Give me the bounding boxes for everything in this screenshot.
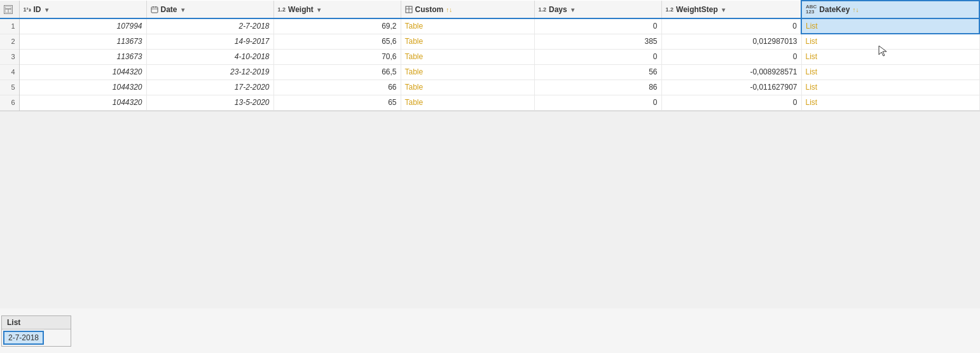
main-area: 1²₃ ID ▾ <box>0 0 980 353</box>
cell-rownum-6: 6 <box>0 95 19 110</box>
cell-days-2[interactable]: 385 <box>534 34 661 49</box>
cell-date-5[interactable]: 17-2-2020 <box>146 80 273 95</box>
col-header-datekey[interactable]: ABC 123 DateKey ↑↓ <box>801 1 979 18</box>
cell-rownum-4: 4 <box>0 64 19 80</box>
cell-date-6[interactable]: 13-5-2020 <box>146 95 273 110</box>
type-icon-custom <box>405 5 413 13</box>
table-row: 3 113673 4-10-2018 70,6 Table 0 0 List <box>0 49 979 64</box>
cell-days-3[interactable]: 0 <box>534 49 661 64</box>
cell-custom-1[interactable]: Table <box>401 18 534 34</box>
cell-date-1[interactable]: 2-7-2018 <box>146 18 273 34</box>
bottom-panel-header: List <box>2 316 71 329</box>
cell-datekey-6[interactable]: List <box>801 95 979 110</box>
cell-days-4[interactable]: 56 <box>534 64 661 80</box>
col-header-weightstep[interactable]: 1.2 WeightStep ▾ <box>661 1 801 18</box>
type-icon-weight: 1.2 <box>278 6 286 13</box>
cell-date-2[interactable]: 14-9-2017 <box>146 34 273 49</box>
col-header-custom[interactable]: Custom ↑↓ <box>401 1 534 18</box>
cell-days-5[interactable]: 86 <box>534 80 661 95</box>
cell-datekey-1[interactable]: List <box>801 18 979 34</box>
empty-area <box>0 111 980 309</box>
table-row: 2 113673 14-9-2017 65,6 Table 385 0,0129… <box>0 34 979 49</box>
cell-weightstep-4[interactable]: -0,008928571 <box>661 64 801 80</box>
col-label-weight: Weight <box>288 5 314 14</box>
table-row: 6 1044320 13-5-2020 65 Table 0 0 List <box>0 95 979 110</box>
col-label-id: ID <box>34 5 41 14</box>
cell-custom-4[interactable]: Table <box>401 64 534 80</box>
col-header-rownum <box>0 1 19 18</box>
cell-weight-3[interactable]: 70,6 <box>273 49 401 64</box>
col-header-id[interactable]: 1²₃ ID ▾ <box>19 1 146 18</box>
col-header-date[interactable]: Date ▾ <box>146 1 273 18</box>
table-header-row: 1²₃ ID ▾ <box>0 1 979 18</box>
cell-days-1[interactable]: 0 <box>534 18 661 34</box>
cell-datekey-4[interactable]: List <box>801 64 979 80</box>
cell-rownum-3: 3 <box>0 49 19 64</box>
table-icon <box>4 5 13 14</box>
type-icon-date <box>151 5 158 13</box>
col-label-date: Date <box>161 5 177 14</box>
bottom-panel: List 2-7-2018 <box>1 315 71 347</box>
cell-weight-1[interactable]: 69,2 <box>273 18 401 34</box>
cell-weightstep-2[interactable]: 0,012987013 <box>661 34 801 49</box>
col-header-weight[interactable]: 1.2 Weight ▾ <box>273 1 401 18</box>
filter-icon-weight[interactable]: ▾ <box>316 6 322 13</box>
data-table: 1²₃ ID ▾ <box>0 0 980 111</box>
cell-id-5[interactable]: 1044320 <box>19 80 146 95</box>
filter-icon-date[interactable]: ▾ <box>180 6 186 13</box>
cell-id-6[interactable]: 1044320 <box>19 95 146 110</box>
cell-date-4[interactable]: 23-12-2019 <box>146 64 273 80</box>
cell-weightstep-6[interactable]: 0 <box>661 95 801 110</box>
cell-id-3[interactable]: 113673 <box>19 49 146 64</box>
col-label-weightstep: WeightStep <box>676 5 718 14</box>
cell-custom-6[interactable]: Table <box>401 95 534 110</box>
bottom-panel-cell[interactable]: 2-7-2018 <box>3 331 44 345</box>
col-label-datekey: DateKey <box>819 5 850 14</box>
cell-custom-2[interactable]: Table <box>401 34 534 49</box>
cell-rownum-2: 2 <box>0 34 19 49</box>
table-row: 4 1044320 23-12-2019 66,5 Table 56 -0,00… <box>0 64 979 80</box>
filter-icon-id[interactable]: ▾ <box>44 6 50 13</box>
cell-weightstep-5[interactable]: -0,011627907 <box>661 80 801 95</box>
data-table-container: 1²₃ ID ▾ <box>0 0 980 111</box>
table-body: 1 107994 2-7-2018 69,2 Table 0 0 List 2 … <box>0 18 979 110</box>
cell-id-1[interactable]: 107994 <box>19 18 146 34</box>
cell-date-3[interactable]: 4-10-2018 <box>146 49 273 64</box>
type-icon-id: 1²₃ <box>24 6 31 13</box>
cell-datekey-2[interactable]: List <box>801 34 979 49</box>
cell-custom-3[interactable]: Table <box>401 49 534 64</box>
cell-id-2[interactable]: 113673 <box>19 34 146 49</box>
type-icon-datekey: ABC 123 <box>806 4 817 15</box>
col-header-days[interactable]: 1.2 Days ▾ <box>534 1 661 18</box>
cell-custom-5[interactable]: Table <box>401 80 534 95</box>
cell-weightstep-3[interactable]: 0 <box>661 49 801 64</box>
svg-rect-0 <box>5 6 11 9</box>
cell-weightstep-1[interactable]: 0 <box>661 18 801 34</box>
cell-id-4[interactable]: 1044320 <box>19 64 146 80</box>
col-label-custom: Custom <box>415 5 444 14</box>
type-icon-weightstep: 1.2 <box>666 6 674 13</box>
table-row: 5 1044320 17-2-2020 66 Table 86 -0,01162… <box>0 80 979 95</box>
cell-weight-6[interactable]: 65 <box>273 95 401 110</box>
cell-weight-5[interactable]: 66 <box>273 80 401 95</box>
table-row: 1 107994 2-7-2018 69,2 Table 0 0 List <box>0 18 979 34</box>
cell-weight-4[interactable]: 66,5 <box>273 64 401 80</box>
filter-icon-datekey[interactable]: ↑↓ <box>852 6 859 13</box>
type-icon-days: 1.2 <box>539 6 547 13</box>
filter-icon-weightstep[interactable]: ▾ <box>721 6 727 13</box>
svg-rect-3 <box>151 7 158 13</box>
cell-rownum-5: 5 <box>0 80 19 95</box>
cell-rownum-1: 1 <box>0 18 19 34</box>
cell-days-6[interactable]: 0 <box>534 95 661 110</box>
cell-weight-2[interactable]: 65,6 <box>273 34 401 49</box>
bottom-area: List 2-7-2018 <box>0 308 980 353</box>
cell-datekey-5[interactable]: List <box>801 80 979 95</box>
filter-icon-custom[interactable]: ↑↓ <box>446 6 452 13</box>
cell-datekey-3[interactable]: List <box>801 49 979 64</box>
filter-icon-days[interactable]: ▾ <box>570 6 576 13</box>
col-label-days: Days <box>549 5 567 14</box>
